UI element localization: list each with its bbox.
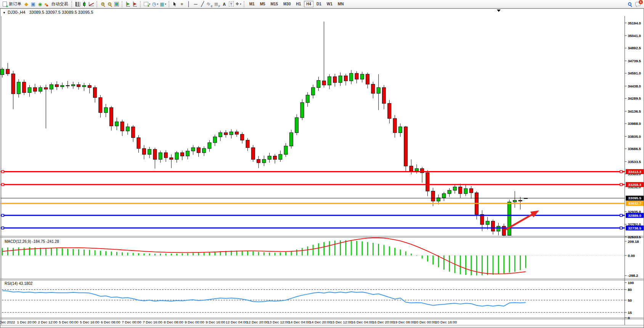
vertical-line-icon: │ [187,1,190,7]
zoom-out-button[interactable]: − [106,1,113,8]
chevron-down-icon: ▾ [240,3,241,6]
toolbar-right-group: 1 [628,2,641,6]
fibonacci-icon: ☰ [206,2,211,6]
timeframe-button-MN[interactable]: MN [336,1,346,7]
grid-icon: ▦ [214,2,218,6]
toolbar-grip [96,1,98,7]
chat-icon[interactable]: 1 [635,2,641,6]
grid-letter: F [218,5,220,8]
shapes-icon: ❖ [235,2,239,6]
tile-windows-icon [114,2,119,6]
chart-window[interactable] [0,8,644,328]
vertical-line-tool-button[interactable]: │ [185,1,192,8]
zoom-out-icon: − [108,2,111,6]
timeframe-button-M5[interactable]: M5 [258,1,268,7]
notification-badge: 1 [639,0,643,4]
bar-chart-icon [75,2,80,6]
market-icon: ▣ [31,1,35,7]
chevron-down-icon: ▾ [165,3,167,6]
indicators-icon: + [144,2,148,6]
candlestick-chart-icon [83,2,86,7]
chart-shift-icon: ▶ [133,2,137,6]
signals-button[interactable]: ◉ [37,1,43,8]
toolbar-grip [140,1,141,7]
template-icon: ▦ [160,2,164,7]
chart-shift-button[interactable]: ▶ [132,1,138,8]
fibonacci-tool-button[interactable]: ☰E [206,1,214,8]
arrows-tool-button[interactable]: ❖▾ [234,1,242,8]
toolbar-grip [71,1,73,7]
new-order-icon: + [3,2,7,6]
line-chart-icon [89,2,94,6]
horizontal-line-icon: ─ [194,1,197,7]
deposit-button[interactable]: ◆ [23,1,30,8]
auto-scroll-icon: ▶ [126,2,130,6]
toolbar-grip [122,1,123,7]
text-label-tool-button[interactable]: T [228,1,234,8]
mt4-application-window: + 新订单 ◆ ▣ ◉ ● 自动交易 + − ▶ ▶ +▾ ◷▾ ▦▾ + │ … [0,0,644,328]
trendline-icon: ╱ [201,1,204,7]
tile-windows-button[interactable] [113,1,120,8]
grid-tool-button[interactable]: ▦F [214,1,221,8]
autotrading-stop-dot [46,4,48,7]
text-label-icon: T [229,2,234,6]
crosshair-icon: + [180,1,183,7]
fibonacci-letter: E [211,5,213,8]
timeframe-button-M30[interactable]: M30 [281,1,293,7]
timeframe-button-M15[interactable]: M15 [268,1,280,7]
indicators-button[interactable]: +▾ [143,1,151,8]
market-button[interactable]: ▣ [30,1,37,8]
zoom-in-icon: + [101,2,104,6]
chart-symbol-period: DJ30-,H4 [8,10,25,15]
templates-button[interactable]: ▦▾ [159,1,167,8]
chevron-down-icon: ▾ [157,3,159,6]
new-order-label[interactable]: 新订单 [9,1,21,7]
timeframe-button-W1[interactable]: W1 [324,1,335,7]
timeframe-button-H1[interactable]: H1 [294,1,303,7]
signals-icon: ◉ [38,2,42,7]
auto-scroll-button[interactable]: ▶ [125,1,132,8]
window-bottom-strip [0,325,644,328]
timeframe-button-M1[interactable]: M1 [247,1,257,7]
chart-title-strip: ▼DJ30-,H433089.5 33097.5 33089.5 33095.5 [1,9,93,16]
candlestick-chart-button[interactable] [81,1,88,8]
timeframe-button-H4[interactable]: H4 [304,1,313,7]
macd-indicator-label: MACD(12,26,9) -184.75 -241.28 [5,239,59,244]
crosshair-tool-button[interactable]: + [178,1,185,8]
zoom-in-button[interactable]: + [100,1,106,8]
gold-bar-icon: ◆ [24,1,28,7]
bar-chart-button[interactable] [74,1,81,8]
toolbar-grip [169,1,170,7]
search-icon[interactable] [628,2,631,6]
text-tool-button[interactable]: A [221,1,228,8]
new-order-button[interactable]: + [1,1,8,8]
timeframe-button-D1[interactable]: D1 [314,1,324,7]
cursor-tool-button[interactable] [172,1,178,8]
autotrading-button[interactable]: ● [43,1,51,8]
periods-button[interactable]: ◷▾ [151,1,159,8]
autotrading-label[interactable]: 自动交易 [51,1,68,7]
chart-ohlc-values: 33089.5 33097.5 33089.5 33095.5 [29,10,93,15]
cursor-icon [173,2,177,6]
toolbar-grip [244,1,245,7]
timeframe-toolbar: M1M5M15M30H1H4D1W1MN [247,1,347,7]
clock-icon: ◷ [152,1,156,7]
chart-collapse-icon[interactable]: ▼ [3,11,6,15]
trendline-tool-button[interactable]: ╱ [199,1,206,8]
top-toolbar: + 新订单 ◆ ▣ ◉ ● 自动交易 + − ▶ ▶ +▾ ◷▾ ▦▾ + │ … [0,0,644,8]
text-tool-icon: A [223,2,226,6]
rsi-indicator-label: RSI(14) 43.1802 [5,281,32,286]
line-chart-button[interactable] [88,1,95,8]
horizontal-line-tool-button[interactable]: ─ [192,1,199,8]
